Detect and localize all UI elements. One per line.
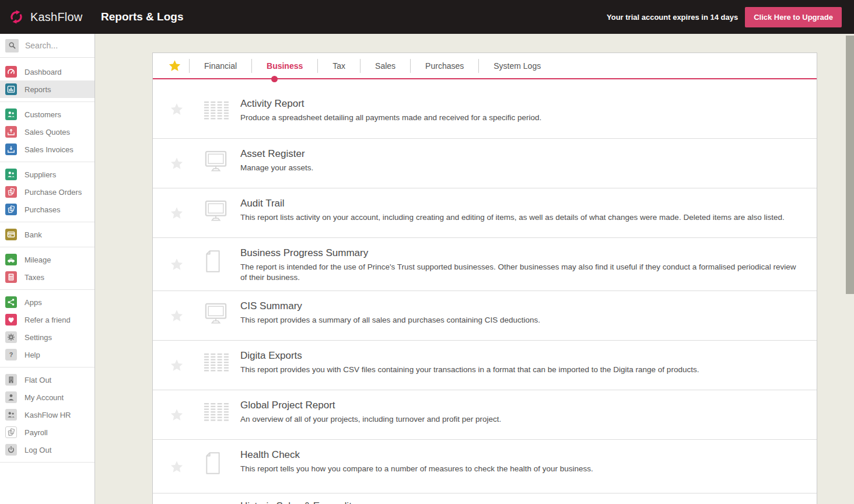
report-title[interactable]: CIS Summary	[240, 300, 799, 312]
sidebar-item-label: Help	[24, 351, 40, 359]
tab-financial[interactable]: Financial	[189, 59, 251, 73]
upgrade-button[interactable]: Click Here to Upgrade	[745, 7, 842, 27]
sidebar-item-label: Suppliers	[24, 170, 56, 179]
sidebar-item-log-out[interactable]: Log Out	[0, 441, 94, 459]
sidebar-item-bank[interactable]: Bank	[0, 226, 94, 243]
sidebar-item-purchase-orders[interactable]: Purchase Orders	[0, 183, 94, 201]
sidebar-item-label: Customers	[24, 110, 61, 119]
favorite-star-icon[interactable]	[170, 103, 183, 118]
sidebar-item-label: Reports	[24, 85, 51, 94]
sidebar-item-flat-out[interactable]: Flat Out	[0, 371, 94, 388]
tab-system-logs[interactable]: System Logs	[478, 59, 555, 73]
header-right: Your trial account expires in 14 days Cl…	[607, 7, 854, 27]
sidebar-item-dashboard[interactable]: Dashboard	[0, 63, 94, 80]
favorite-star-icon[interactable]	[170, 408, 183, 424]
sidebar-item-refer-a-friend[interactable]: Refer a friend	[0, 311, 94, 328]
favorite-star-icon[interactable]	[170, 460, 183, 475]
papers-icon	[5, 186, 17, 198]
report-item-asset-register[interactable]: Asset Register Manage your assets.	[153, 139, 817, 188]
report-description: The report is intended for the use of Pr…	[240, 262, 799, 283]
calculator-icon	[5, 271, 17, 283]
report-item-business-progress-summary[interactable]: Business Progress Summary The report is …	[153, 238, 817, 291]
sidebar-item-help[interactable]: Help	[0, 346, 94, 363]
brand[interactable]: KashFlow	[0, 9, 101, 24]
brand-name: KashFlow	[30, 10, 82, 24]
report-title[interactable]: Audit Trail	[240, 198, 799, 209]
user-icon	[5, 391, 17, 403]
favorite-star-icon[interactable]	[170, 359, 183, 374]
sidebar-item-payroll[interactable]: Payroll	[0, 424, 94, 441]
report-item-digita-exports[interactable]: Digita Exports This report provides you …	[153, 341, 817, 390]
sidebar-item-sales-quotes[interactable]: Sales Quotes	[0, 123, 94, 141]
papers-icon	[5, 204, 17, 215]
monitor-icon	[204, 303, 228, 327]
gear-icon	[5, 331, 17, 343]
monitor-icon	[204, 200, 228, 225]
tab-business[interactable]: Business	[251, 59, 317, 73]
monitor-icon	[204, 150, 228, 175]
report-title[interactable]: Asset Register	[240, 148, 799, 160]
report-title[interactable]: Historic Sales & Expenditure	[240, 501, 799, 504]
report-item-activity-report[interactable]: Activity Report Produce a spreadsheet de…	[153, 79, 817, 139]
sidebar-divider	[0, 162, 94, 162]
sidebar-search[interactable]	[0, 34, 94, 58]
sidebar-item-label: Apps	[24, 298, 42, 307]
sidebar-item-sales-invoices[interactable]: Sales Invoices	[0, 141, 94, 158]
report-title[interactable]: Business Progress Summary	[240, 247, 799, 259]
sidebar-item-label: KashFlow HR	[24, 411, 71, 419]
sidebar-item-customers[interactable]: Customers	[0, 106, 94, 123]
report-item-health-check[interactable]: Health Check This report tells you how y…	[153, 440, 817, 494]
share-nodes-icon	[5, 296, 17, 308]
vertical-scrollbar-thumb[interactable]	[846, 36, 854, 294]
sidebar-item-kashflow-hr[interactable]: KashFlow HR	[0, 406, 94, 424]
sidebar-item-label: Dashboard	[24, 68, 62, 76]
bank-card-icon	[5, 229, 17, 240]
report-item-audit-trail[interactable]: Audit Trail This report lists activity o…	[153, 188, 817, 238]
report-item-historic-sales-expenditure[interactable]: Historic Sales & Expenditure	[153, 494, 817, 504]
report-list: Activity Report Produce a spreadsheet de…	[153, 79, 817, 504]
favorites-star-icon[interactable]	[169, 60, 181, 72]
search-input[interactable]	[25, 41, 86, 50]
report-item-cis-summary[interactable]: CIS Summary This report provides a summa…	[153, 291, 817, 341]
kashflow-logo-icon	[9, 9, 24, 24]
sidebar-item-reports[interactable]: Reports	[0, 80, 94, 98]
report-title[interactable]: Digita Exports	[240, 350, 799, 362]
trial-message: Your trial account expires in 14 days	[607, 13, 738, 22]
sidebar-item-apps[interactable]: Apps	[0, 293, 94, 311]
tab-tax[interactable]: Tax	[317, 59, 360, 73]
sidebar-item-mileage[interactable]: Mileage	[0, 251, 94, 268]
report-title[interactable]: Health Check	[240, 449, 799, 461]
report-item-global-project-report[interactable]: Global Project Report An overview of all…	[153, 390, 817, 440]
gauge-icon	[5, 66, 17, 78]
sidebar-item-label: Purchase Orders	[24, 188, 82, 197]
car-icon	[5, 254, 17, 265]
report-description: An overview of all of your projects, inc…	[240, 414, 799, 425]
report-title[interactable]: Activity Report	[240, 98, 799, 110]
report-title[interactable]: Global Project Report	[240, 400, 799, 411]
users-icon	[5, 108, 17, 120]
favorite-star-icon[interactable]	[170, 258, 183, 273]
users-icon	[5, 169, 17, 180]
power-icon	[5, 444, 17, 456]
sidebar-item-my-account[interactable]: My Account	[0, 388, 94, 406]
spreadsheet-icon	[204, 352, 229, 376]
sidebar-item-settings[interactable]: Settings	[0, 328, 94, 346]
sidebar-item-label: Bank	[24, 230, 42, 239]
favorite-star-icon[interactable]	[170, 309, 183, 324]
sidebar-item-label: Sales Quotes	[24, 128, 70, 136]
tab-purchases[interactable]: Purchases	[410, 59, 478, 73]
sidebar-item-suppliers[interactable]: Suppliers	[0, 166, 94, 183]
report-description: This report provides you with CSV files …	[240, 365, 799, 375]
sidebar-item-purchases[interactable]: Purchases	[0, 201, 94, 218]
favorite-star-icon[interactable]	[170, 157, 183, 172]
sidebar-item-label: Mileage	[24, 256, 51, 264]
spreadsheet-icon	[204, 100, 229, 124]
sidebar-item-taxes[interactable]: Taxes	[0, 268, 94, 286]
tab-sales[interactable]: Sales	[360, 59, 410, 73]
papers-outline-icon	[5, 426, 17, 438]
heart-icon	[5, 314, 17, 326]
report-tabs: Financial Business Tax Sales Purchases S…	[153, 53, 817, 78]
document-icon	[204, 250, 222, 275]
sidebar-item-label: Purchases	[24, 205, 60, 214]
favorite-star-icon[interactable]	[170, 206, 183, 222]
